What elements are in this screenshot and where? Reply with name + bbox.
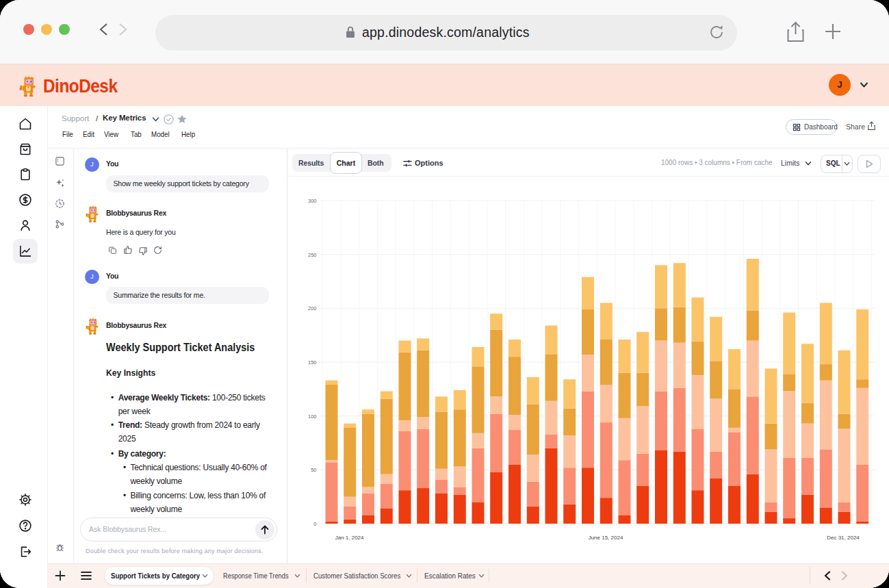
svg-text:50: 50 xyxy=(311,467,316,473)
svg-text:300: 300 xyxy=(308,198,317,204)
svg-text:0: 0 xyxy=(313,521,316,527)
svg-text:Dec 31, 2024: Dec 31, 2024 xyxy=(827,535,860,541)
svg-text:250: 250 xyxy=(308,252,317,258)
svg-text:100: 100 xyxy=(308,413,317,420)
svg-text:150: 150 xyxy=(308,359,317,366)
svg-text:200: 200 xyxy=(308,305,317,311)
svg-text:Jan 1, 2024: Jan 1, 2024 xyxy=(335,535,364,541)
svg-text:June 15, 2024: June 15, 2024 xyxy=(589,535,623,541)
